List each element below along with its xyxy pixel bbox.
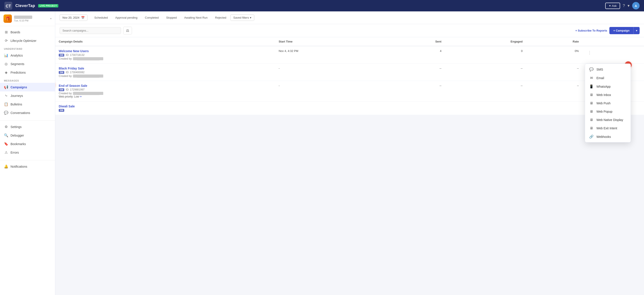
project-selector[interactable]: 🎁 Project Name Tue, 6:10 PM ▾ — [0, 12, 55, 26]
ask-button[interactable]: ✦ Ask — [605, 3, 620, 9]
saved-filters-button[interactable]: Saved filters ▾ — [230, 14, 254, 21]
subscribe-reports-button[interactable]: + Subscribe To Reports — [576, 29, 607, 32]
web-push-label: Web Push — [596, 102, 610, 105]
campaign-meta: SM ID: 1729881997 — [59, 88, 272, 91]
web-inbox-icon: 🖥 — [589, 93, 594, 97]
date-label: Nov 20, 2024 — [62, 16, 79, 19]
sidebar-item-settings[interactable]: ⚙ Settings — [0, 122, 55, 131]
project-icon: 🎁 — [4, 14, 12, 23]
sidebar: 🎁 Project Name Tue, 6:10 PM ▾ ⊞ Boards ⟳… — [0, 12, 55, 295]
segments-icon: ◎ — [4, 62, 8, 66]
analytics-icon: 📊 — [4, 53, 8, 58]
conversations-icon: 💬 — [4, 111, 8, 115]
errors-label: Errors — [10, 151, 19, 154]
sidebar-item-debugger[interactable]: 🔍 Debugger — [0, 131, 55, 140]
dropdown-item-web-exit[interactable]: 🖥 Web Exit Intent — [585, 124, 631, 132]
web-popup-label: Web Popup — [596, 110, 612, 113]
sidebar-item-errors[interactable]: ⚠ Errors — [0, 148, 55, 157]
search-input[interactable] — [60, 27, 121, 34]
email-label: Email — [596, 76, 604, 80]
campaign-created-by: Created by: ████████████ — [59, 57, 272, 60]
campaign-details-cell: Black Friday Sale SM ID: 1730400082 Crea… — [55, 64, 275, 81]
campaign-details-cell: Diwali Sale SM — [55, 102, 275, 115]
campaign-actions-cell: ⋮ — [582, 46, 644, 64]
campaign-meta: SM ID: 1730400082 — [59, 71, 272, 74]
campaign-created-by: Created by: ████████████ — [59, 74, 272, 78]
campaign-name[interactable]: End of Season Sale — [59, 84, 272, 88]
campaign-name[interactable]: Welcome New Users — [59, 49, 272, 53]
campaign-start-time: - — [275, 81, 389, 102]
understand-section-label: UNDERSTAND — [0, 45, 55, 51]
sm-badge: SM — [59, 71, 64, 74]
tab-approval[interactable]: Approval pending — [112, 14, 141, 21]
filter-bar: Nov 20, 2024 📅 Scheduled Approval pendin… — [55, 12, 644, 24]
campaign-sent: -- — [389, 64, 445, 81]
sidebar-item-lifecycle[interactable]: ⟳ Lifecycle Optimizer — [0, 36, 55, 45]
sidebar-item-bulletins[interactable]: 📋 Bulletins — [0, 100, 55, 108]
sidebar-item-campaigns[interactable]: 📢 Campaigns — [0, 83, 55, 92]
bulletins-label: Bulletins — [10, 102, 22, 106]
col-engaged: Engaged — [445, 37, 526, 46]
webhooks-icon: 🔗 — [589, 134, 594, 139]
sidebar-item-segments[interactable]: ◎ Segments — [0, 60, 55, 68]
bulletins-icon: 📋 — [4, 102, 8, 106]
campaigns-icon: 📢 — [4, 85, 8, 89]
sidebar-item-bookmarks[interactable]: 🔖 Bookmarks — [0, 140, 55, 148]
filter-button[interactable]: ⚖ — [123, 27, 132, 34]
sidebar-item-journeys[interactable]: ⤷ Journeys — [0, 92, 55, 100]
sidebar-item-predictions[interactable]: ◈ Predictions — [0, 68, 55, 77]
campaign-rate: 0% — [526, 46, 582, 64]
dropdown-item-webhooks[interactable]: 🔗 Webhooks — [585, 132, 631, 141]
campaigns-table: Campaign Details Start Time Sent Engaged… — [55, 37, 644, 115]
sidebar-item-notifications[interactable]: 🔔 Notifications — [0, 162, 55, 171]
sm-badge: SM — [59, 88, 64, 91]
dropdown-item-web-inbox[interactable]: 🖥 Web Inbox — [585, 91, 631, 99]
sidebar-item-boards[interactable]: ⊞ Boards — [0, 28, 55, 36]
lifecycle-label: Lifecycle Optimizer — [10, 39, 36, 42]
tab-stopped[interactable]: Stopped — [163, 14, 180, 21]
tab-rejected[interactable]: Rejected — [212, 14, 230, 21]
debugger-label: Debugger — [10, 134, 24, 137]
sms-icon: 💬 — [589, 67, 594, 72]
campaign-sent — [389, 102, 445, 115]
col-actions — [582, 37, 644, 46]
help-icon[interactable]: ? — [623, 4, 625, 8]
tab-scheduled[interactable]: Scheduled — [91, 14, 111, 21]
campaign-meta: SM — [59, 109, 272, 112]
dropdown-item-whatsapp[interactable]: 📱 WhatsApp — [585, 82, 631, 91]
sm-badge: SM — [59, 54, 64, 56]
edit-priority-icon[interactable]: ✏ — [80, 95, 82, 98]
bookmarks-icon: 🔖 — [4, 142, 8, 146]
dropdown-item-sms[interactable]: 💬 SMS — [585, 65, 631, 74]
top-navigation: CT CleverTap LIVE PROJECT ✦ Ask ? ▾ A — [0, 0, 644, 12]
create-campaign-button[interactable]: + Campaign — [609, 27, 634, 34]
campaign-name[interactable]: Black Friday Sale — [59, 67, 272, 70]
dropdown-item-web-popup[interactable]: 🖥 Web Popup — [585, 108, 631, 116]
sidebar-item-analytics[interactable]: 📊 Analytics — [0, 51, 55, 60]
webhooks-label: Webhooks — [596, 135, 611, 138]
campaign-name[interactable]: Diwali Sale — [59, 104, 272, 108]
dropdown-item-web-native[interactable]: 🖥 Web Native Display — [585, 116, 631, 124]
boards-label: Boards — [10, 30, 20, 34]
create-campaign-group: + Campaign ▾ — [609, 27, 640, 34]
sidebar-item-conversations[interactable]: 💬 Conversations — [0, 108, 55, 117]
notifications-icon: 🔔 — [4, 164, 8, 168]
svg-text:CT: CT — [6, 4, 11, 8]
campaign-dropdown-arrow[interactable]: ▾ — [634, 27, 640, 34]
date-picker[interactable]: Nov 20, 2024 📅 — [60, 14, 88, 21]
campaign-more-button[interactable]: ⋮ — [586, 49, 593, 56]
dropdown-item-email[interactable]: ✉ Email — [585, 74, 631, 82]
dropdown-item-web-push[interactable]: 🖥 Web Push — [585, 99, 631, 108]
campaign-rate: -- — [526, 64, 582, 81]
campaigns-label: Campaigns — [10, 86, 27, 89]
tab-awaiting[interactable]: Awaiting Next Run — [181, 14, 211, 21]
campaigns-toolbar: ⚖ + Subscribe To Reports + Campaign ▾ — [55, 24, 644, 37]
web-push-icon: 🖥 — [589, 101, 594, 105]
user-avatar[interactable]: A — [632, 2, 640, 10]
campaign-start-time: Nov 4, 4:32 PM — [275, 46, 389, 64]
messages-section-label: MESSAGES — [0, 77, 55, 83]
table-row: Welcome New Users SM ID: 1730718132 Crea… — [55, 46, 644, 64]
tab-completed[interactable]: Completed — [142, 14, 162, 21]
chevron-down-icon[interactable]: ▾ — [628, 3, 630, 8]
saved-filters-label: Saved filters — [233, 16, 249, 19]
